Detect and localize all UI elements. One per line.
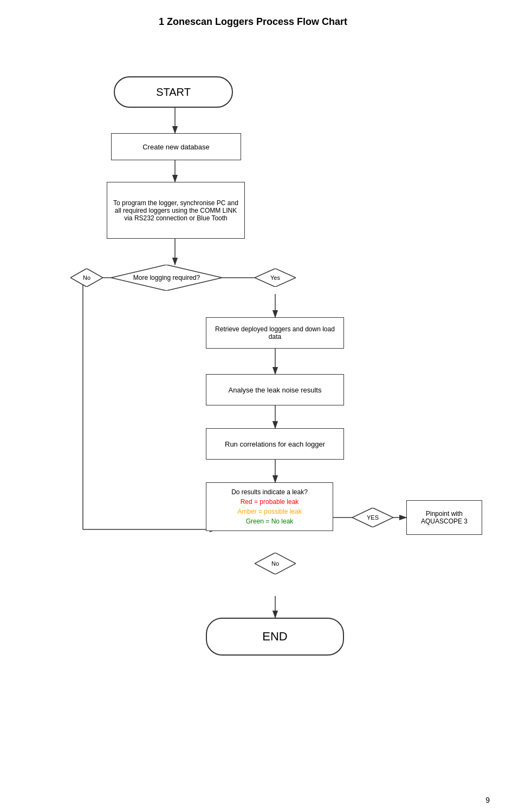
do-results-green: Green = No leak — [246, 516, 294, 526]
start-node: START — [114, 76, 233, 108]
page-title: 1 Zonescan Loggers Process Flow Chart — [22, 16, 484, 28]
do-results-red: Red = probable leak — [241, 497, 299, 507]
flowchart: START Create new database To program the… — [22, 44, 484, 802]
arrows-svg — [22, 44, 484, 802]
retrieve-loggers-node: Retrieve deployed loggers and down load … — [206, 317, 344, 349]
no-diamond-1: No — [70, 269, 103, 287]
do-results-static: Do results indicate a leak? — [231, 487, 308, 497]
do-results-amber: Amber = possible leak — [237, 507, 301, 516]
analyse-leak-node: Analyse the leak noise results — [206, 374, 344, 405]
end-node: END — [206, 618, 344, 656]
page: 1 Zonescan Loggers Process Flow Chart — [0, 0, 506, 812]
create-db-node: Create new database — [111, 133, 241, 160]
do-results-node: Do results indicate a leak? Red = probab… — [206, 482, 333, 531]
pinpoint-node: Pinpoint with AQUASCOPE 3 — [406, 500, 482, 535]
more-logging-node: More logging required? — [111, 265, 222, 291]
run-correlations-node: Run correlations for each logger — [206, 428, 344, 460]
program-logger-node: To program the logger, synchronise PC an… — [107, 182, 245, 239]
yes-diamond-2: YES — [352, 508, 393, 527]
yes-diamond-1: Yes — [255, 269, 296, 287]
page-number: 9 — [485, 796, 490, 804]
no-diamond-2: No — [255, 553, 296, 574]
